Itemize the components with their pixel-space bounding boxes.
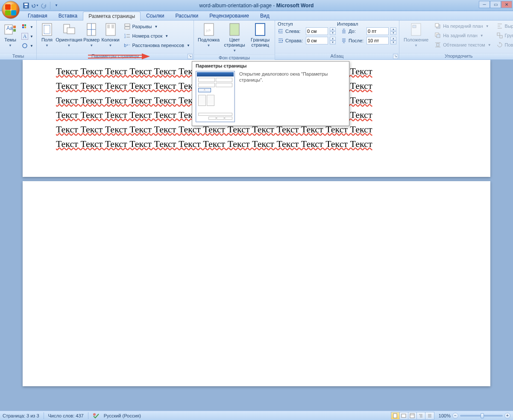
spacing-after-input[interactable]: [366, 37, 389, 44]
indent-left-icon: [278, 28, 284, 34]
dropdown-arrow-icon: ▼: [90, 43, 93, 48]
zoom-thumb[interactable]: [481, 413, 484, 418]
page-setup-tooltip: Параметры страницы A Открытие диалоговог…: [192, 61, 349, 126]
size-button[interactable]: Размер▼: [82, 21, 101, 50]
svg-rect-60: [497, 33, 500, 35]
dropdown-arrow-icon: ▼: [165, 34, 168, 38]
spacing-before-icon: [341, 28, 347, 34]
indent-left-spinner[interactable]: Слева: ▲▼: [277, 26, 337, 36]
text-wrap-button[interactable]: Обтекание текстом▼: [433, 40, 492, 50]
colors-icon: [21, 23, 28, 30]
office-button[interactable]: [2, 1, 20, 19]
dropdown-arrow-icon: ▼: [486, 24, 489, 28]
undo-icon: [31, 3, 35, 9]
view-outline[interactable]: [417, 412, 425, 419]
columns-button[interactable]: Колонки▼: [100, 21, 120, 50]
title-bar: ▼ ▼ word-album-orientation-all-page - Mi…: [0, 0, 513, 11]
breaks-button[interactable]: Разрывы▼: [122, 22, 192, 31]
zoom-slider[interactable]: [460, 415, 503, 417]
bring-front-button[interactable]: На передний план▼: [433, 21, 492, 31]
dropdown-arrow-icon: ▼: [187, 44, 190, 47]
status-page[interactable]: Страница: 3 из 3: [3, 413, 39, 418]
svg-rect-34: [230, 23, 239, 35]
group-paragraph: Отступ Интервал Слева: ▲▼ Справа: ▲▼: [275, 21, 399, 59]
tooltip-description: Открытие диалогового окна "Параметры стр…: [239, 71, 346, 122]
themes-icon: Aa: [3, 23, 17, 36]
minimize-button[interactable]: ─: [479, 1, 490, 8]
spacing-before-input[interactable]: [366, 27, 389, 35]
themes-button[interactable]: Aa Темы▼: [2, 21, 19, 50]
dropdown-arrow-icon: ▼: [9, 43, 12, 48]
tab-view[interactable]: Вид: [255, 11, 275, 20]
close-button[interactable]: ✕: [501, 1, 512, 8]
window-controls: ─ ▭ ✕: [479, 1, 512, 8]
zoom-out-button[interactable]: −: [452, 413, 458, 419]
page-setup-dialog-launcher[interactable]: ↘: [188, 54, 193, 59]
tab-insert[interactable]: Вставка: [53, 11, 83, 20]
bring-front-icon: [434, 23, 441, 29]
status-word-count[interactable]: Число слов: 437: [48, 413, 84, 418]
svg-rect-27: [125, 27, 130, 29]
theme-fonts-button[interactable]: A▼: [20, 32, 35, 41]
text-wrap-icon: [434, 41, 441, 48]
svg-rect-67: [410, 414, 414, 418]
tab-home[interactable]: Главная: [22, 11, 53, 20]
line-numbers-button[interactable]: 12Номера строк▼: [122, 31, 192, 41]
qat-undo-button[interactable]: ▼: [31, 2, 39, 9]
theme-colors-button[interactable]: ▼: [20, 22, 35, 32]
dropdown-arrow-icon: ▼: [55, 3, 58, 7]
spellcheck-icon[interactable]: [93, 413, 100, 419]
page-2: [23, 181, 490, 386]
page-color-button[interactable]: Цвет страницы▼: [222, 21, 247, 55]
align-button[interactable]: Выр: [495, 21, 513, 31]
tab-review[interactable]: Рецензирование: [204, 11, 255, 20]
view-print-layout[interactable]: [391, 412, 400, 419]
svg-point-64: [93, 413, 96, 416]
tooltip-preview-image: A: [196, 71, 235, 122]
status-language[interactable]: Русский (Россия): [104, 413, 141, 418]
tab-page-layout[interactable]: Разметка страницы: [83, 12, 141, 21]
qat-customize-button[interactable]: ▼: [53, 2, 60, 9]
watermark-button[interactable]: AaПодложка▼: [196, 21, 222, 50]
position-button[interactable]: Положение▼: [401, 21, 431, 50]
indent-left-input[interactable]: [306, 27, 328, 35]
view-web-layout[interactable]: [408, 412, 417, 419]
indent-right-icon: [278, 38, 284, 44]
zoom-control: 100% − +: [439, 413, 510, 419]
indent-right-input[interactable]: [306, 37, 328, 44]
tab-references[interactable]: Ссылки: [141, 11, 170, 20]
dropdown-arrow-icon: ▼: [67, 43, 70, 48]
orientation-button[interactable]: Ориентация▼: [56, 21, 82, 50]
tab-mailings[interactable]: Рассылки: [170, 11, 204, 20]
ribbon-tabs: Главная Вставка Разметка страницы Ссылки…: [0, 11, 513, 21]
qat-save-button[interactable]: [22, 2, 30, 9]
theme-effects-button[interactable]: ▼: [20, 41, 35, 50]
group-button[interactable]: Груп: [495, 31, 513, 40]
spacing-before-spinner[interactable]: До: ▲▼: [340, 26, 397, 36]
line-numbers-icon: 12: [124, 32, 131, 39]
maximize-button[interactable]: ▭: [490, 1, 501, 8]
group-icon: [496, 32, 503, 39]
paragraph-dialog-launcher[interactable]: ↘: [393, 54, 398, 59]
page-borders-button[interactable]: Границы страниц: [247, 21, 273, 49]
svg-rect-7: [22, 24, 24, 26]
svg-rect-35: [255, 23, 265, 35]
view-draft[interactable]: [425, 412, 434, 419]
qat-redo-button[interactable]: [40, 2, 48, 9]
zoom-in-button[interactable]: +: [504, 413, 510, 419]
margins-button[interactable]: Поля▼: [38, 21, 56, 50]
svg-rect-6: [13, 29, 16, 32]
send-back-button[interactable]: На задний план▼: [433, 31, 492, 40]
zoom-level[interactable]: 100%: [439, 413, 451, 418]
group-label-page-setup: Параметры страницы↘: [37, 53, 193, 59]
view-full-screen[interactable]: [400, 412, 408, 419]
indent-heading: Отступ: [278, 21, 337, 26]
spacing-after-spinner[interactable]: После: ▲▼: [340, 36, 397, 45]
indent-right-spinner[interactable]: Справа: ▲▼: [277, 36, 337, 45]
hyphenation-button[interactable]: bᵃ⁻Расстановка переносов▼: [122, 41, 192, 50]
page-borders-icon: [253, 23, 267, 36]
redo-icon: [41, 3, 47, 9]
svg-rect-1: [24, 3, 28, 5]
svg-rect-65: [393, 414, 397, 418]
rotate-button[interactable]: Пов: [495, 40, 513, 50]
